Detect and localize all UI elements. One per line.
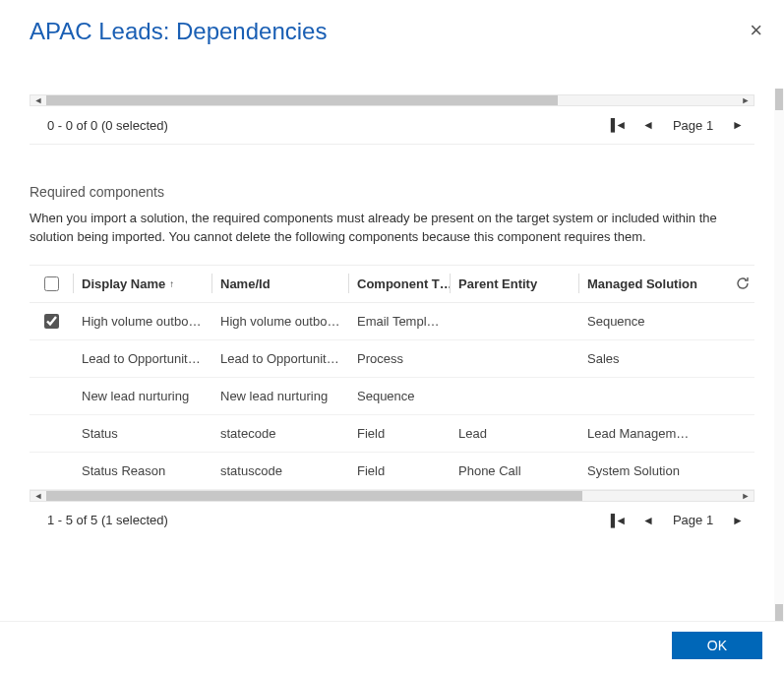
- lower-page-label: Page 1: [673, 513, 713, 527]
- row-checkbox[interactable]: [44, 314, 59, 329]
- cell-display-name: High volume outbou…: [74, 314, 211, 329]
- column-header-display-name-label: Display Name: [82, 276, 165, 291]
- table-row[interactable]: Status ReasonstatuscodeFieldPhone CallSy…: [30, 453, 754, 490]
- ok-button[interactable]: OK: [672, 632, 762, 659]
- prev-page-icon[interactable]: ◄: [639, 512, 657, 529]
- first-page-icon[interactable]: ▐◄: [604, 116, 630, 134]
- cell-component-type: Email Template: [349, 314, 450, 329]
- column-header-name-id[interactable]: Name/Id: [212, 276, 348, 291]
- table-row[interactable]: New lead nurturingNew lead nurturingSequ…: [30, 378, 754, 415]
- dialog-title: APAC Leads: Dependencies: [30, 18, 754, 45]
- lower-horizontal-scrollbar[interactable]: ◄ ►: [30, 490, 754, 502]
- cell-name-id: New lead nurturing: [212, 389, 348, 403]
- cell-managed-solution: Lead Management: [579, 426, 697, 441]
- required-components-description: When you import a solution, the required…: [30, 210, 754, 247]
- cell-managed-solution: Sequence: [579, 314, 697, 329]
- table-row[interactable]: High volume outbou…High volume outbou…Em…: [30, 303, 754, 340]
- cell-component-type: Process: [349, 351, 450, 366]
- column-header-display-name[interactable]: Display Name ↑: [74, 276, 211, 291]
- first-page-icon[interactable]: ▐◄: [604, 512, 630, 529]
- cell-display-name: Lead to Opportunity…: [74, 351, 211, 366]
- upper-horizontal-scrollbar[interactable]: ◄ ►: [30, 94, 754, 106]
- scroll-left-icon[interactable]: ◄: [30, 95, 46, 105]
- dialog-vertical-scrollbar[interactable]: [774, 89, 784, 626]
- cell-component-type: Field: [349, 426, 450, 441]
- grid-header-row: Display Name ↑ Name/Id Component T… Pare…: [30, 266, 754, 303]
- scroll-right-icon[interactable]: ►: [738, 491, 754, 501]
- column-header-managed-solution[interactable]: Managed Solution: [579, 276, 697, 291]
- cell-name-id: statuscode: [212, 463, 348, 478]
- cell-managed-solution: System Solution: [579, 463, 697, 478]
- refresh-icon[interactable]: [735, 275, 751, 291]
- required-components-heading: Required components: [30, 184, 754, 200]
- cell-display-name: New lead nurturing: [74, 389, 211, 403]
- upper-pager-status: 0 - 0 of 0 (0 selected): [47, 118, 168, 133]
- scroll-left-icon[interactable]: ◄: [30, 491, 46, 501]
- prev-page-icon[interactable]: ◄: [639, 116, 657, 134]
- cell-name-id: High volume outbou…: [212, 314, 348, 329]
- cell-display-name: Status Reason: [74, 463, 211, 478]
- lower-pager-status: 1 - 5 of 5 (1 selected): [47, 513, 168, 527]
- scroll-right-icon[interactable]: ►: [738, 95, 754, 105]
- cell-component-type: Field: [349, 463, 450, 478]
- select-all-checkbox[interactable]: [44, 276, 59, 291]
- components-grid: Display Name ↑ Name/Id Component T… Pare…: [30, 265, 754, 490]
- column-header-component-type[interactable]: Component T…: [349, 276, 450, 291]
- cell-name-id: Lead to Opportunity…: [212, 351, 348, 366]
- cell-parent-entity: Lead: [451, 426, 578, 441]
- cell-parent-entity: Phone Call: [451, 463, 578, 478]
- close-icon[interactable]: ×: [750, 20, 762, 41]
- sort-asc-icon: ↑: [169, 278, 174, 289]
- upper-page-label: Page 1: [673, 118, 713, 133]
- cell-managed-solution: Sales: [579, 351, 697, 366]
- cell-component-type: Sequence: [349, 389, 450, 403]
- next-page-icon[interactable]: ►: [729, 512, 747, 529]
- table-row[interactable]: Lead to Opportunity…Lead to Opportunity……: [30, 340, 754, 378]
- table-row[interactable]: StatusstatecodeFieldLeadLead Management: [30, 415, 754, 453]
- cell-display-name: Status: [74, 426, 211, 441]
- next-page-icon[interactable]: ►: [729, 116, 747, 134]
- cell-name-id: statecode: [212, 426, 348, 441]
- column-header-parent-entity[interactable]: Parent Entity: [451, 276, 578, 291]
